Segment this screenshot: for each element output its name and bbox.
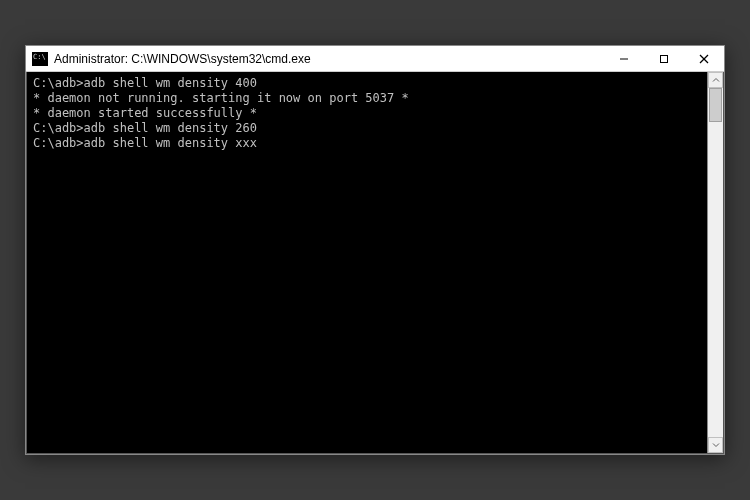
scroll-up-button[interactable] xyxy=(708,72,723,88)
console-line: C:\adb>adb shell wm density xxx xyxy=(33,136,701,151)
scrollbar[interactable] xyxy=(707,72,723,453)
console-output[interactable]: C:\adb>adb shell wm density 400* daemon … xyxy=(27,72,707,453)
titlebar[interactable]: Administrator: C:\WINDOWS\system32\cmd.e… xyxy=(26,46,724,72)
minimize-icon xyxy=(619,54,629,64)
maximize-button[interactable] xyxy=(644,46,684,71)
scroll-track[interactable] xyxy=(708,88,723,437)
console-wrapper: C:\adb>adb shell wm density 400* daemon … xyxy=(26,72,724,454)
window-controls xyxy=(604,46,724,71)
console-line: * daemon started successfully * xyxy=(33,106,701,121)
console-line: * daemon not running. starting it now on… xyxy=(33,91,701,106)
maximize-icon xyxy=(659,54,669,64)
console-line: C:\adb>adb shell wm density 260 xyxy=(33,121,701,136)
minimize-button[interactable] xyxy=(604,46,644,71)
chevron-up-icon xyxy=(712,76,720,84)
chevron-down-icon xyxy=(712,441,720,449)
scroll-thumb[interactable] xyxy=(709,88,722,122)
cmd-window: Administrator: C:\WINDOWS\system32\cmd.e… xyxy=(25,45,725,455)
console-line: C:\adb>adb shell wm density 400 xyxy=(33,76,701,91)
cmd-icon xyxy=(32,52,48,66)
close-icon xyxy=(699,54,709,64)
close-button[interactable] xyxy=(684,46,724,71)
window-title: Administrator: C:\WINDOWS\system32\cmd.e… xyxy=(54,52,604,66)
svg-rect-1 xyxy=(661,55,668,62)
scroll-down-button[interactable] xyxy=(708,437,723,453)
